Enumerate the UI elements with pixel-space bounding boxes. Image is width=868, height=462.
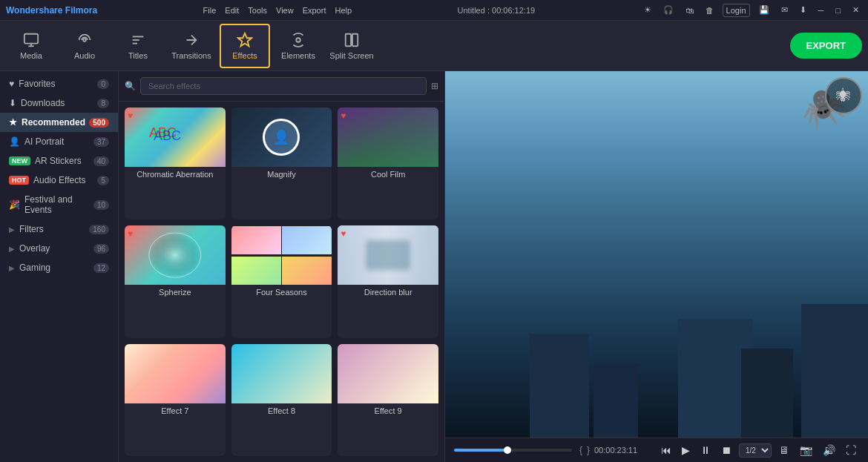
bracket-right-icon[interactable]: } [587,445,590,455]
magnify-circle: 👤 [263,119,300,156]
pause-button[interactable]: ⏸ [697,441,714,459]
effect-card-bottom3[interactable]: Effect 9 [338,344,438,456]
search-icon: 🔍 [125,81,136,91]
sidebar-item-audio-effects[interactable]: HOT Audio Effects 5 [0,171,118,190]
effect-card-magnify[interactable]: 👤 Magnify [231,108,332,220]
sidebar-item-recommended[interactable]: ★ Recommended 500 [0,113,118,132]
tool-transitions[interactable]: Transitions [166,24,217,68]
progress-fill [454,449,507,452]
bottom2-thumb [231,344,332,403]
tool-titles[interactable]: Titles [113,24,163,68]
playback-controls: { } 00:00:23:11 ⏮ ▶ ⏸ ⏹ 1/2 1/1 1/4 🖥 📷 … [579,441,859,459]
trash-icon[interactable]: 🗑 [703,4,717,16]
sidebar-audio-effects-label: Audio Effects [33,175,86,185]
festival-icon: 🎉 [9,199,20,210]
filters-arrow: ▶ [9,225,15,234]
menu-help[interactable]: Help [335,6,352,15]
fullscreen-icon[interactable]: ⛶ [843,441,859,459]
fourseasons-thumb [231,225,332,285]
bottom2-label: Effect 8 [231,403,332,418]
ratio-select[interactable]: 1/2 1/1 1/4 [739,443,772,458]
maximize-icon[interactable]: □ [832,4,844,16]
effect-card-chromatic[interactable]: ♥ ABC ABC ABC Chromatic Aberration [125,108,226,220]
monitor-icon[interactable]: 🖥 [776,441,792,459]
menu-tools[interactable]: Tools [248,6,267,15]
sidebar-item-overlay[interactable]: ▶ Overlay 96 [0,239,118,258]
tool-media-label: Media [20,51,42,60]
sidebar-item-favorites[interactable]: ♥ Favorites 0 [0,74,118,93]
sidebar-downloads-label: Downloads [21,98,65,108]
heart-spherize: ♥ [128,228,133,239]
sidebar-recommended-label: Recommended [22,117,85,128]
ar-count: 40 [93,156,109,166]
sidebar-gaming-label: Gaming [19,263,50,273]
save-icon[interactable]: 💾 [756,4,772,16]
coolfilm-label: Cool Film [338,167,438,182]
menu-edit[interactable]: Edit [225,6,239,15]
menu-view[interactable]: View [276,6,294,15]
audio-icon [76,32,93,48]
snapshot-icon[interactable]: 📷 [797,441,815,459]
fourseasons-label: Four Seasons [231,285,332,300]
login-button[interactable]: Login [723,4,750,17]
close-icon[interactable]: ✕ [849,4,862,16]
menu-file[interactable]: File [203,6,217,15]
minimize-icon[interactable]: ─ [815,4,827,16]
downloads-count: 8 [97,99,109,108]
effect-card-coolfilm[interactable]: ♥ Cool Film [338,108,438,220]
search-input[interactable] [140,77,427,95]
effect-card-fourseasons[interactable]: Four Seasons [231,225,332,337]
sidebar-item-ar-stickers[interactable]: NEW AR Stickers 40 [0,151,118,171]
tool-audio[interactable]: Audio [59,24,110,68]
heart-coolfilm: ♥ [341,110,346,121]
effect-card-spherize[interactable]: ♥ Spherize [125,225,226,337]
transitions-icon [183,32,200,48]
svg-rect-0 [24,33,38,43]
step-back-button[interactable]: ⏮ [658,441,674,459]
effect-card-bottom1[interactable]: Effect 7 [125,344,226,456]
sidebar-item-filters[interactable]: ▶ Filters 160 [0,220,118,239]
time-display: 00:00:23:11 [594,446,654,455]
play-button[interactable]: ▶ [679,441,693,459]
svg-point-14 [149,233,201,277]
mail-icon[interactable]: ✉ [778,4,791,16]
dirblur-label: Direction blur [338,285,438,300]
progress-bar[interactable] [454,449,572,452]
sidebar-item-downloads[interactable]: ⬇ Downloads 8 [0,93,118,113]
preview-minimap: 🕷 [825,77,862,114]
new-tag: NEW [9,156,30,165]
tool-elements-label: Elements [281,51,315,60]
tool-audio-label: Audio [74,51,95,60]
shop-icon[interactable]: 🛍 [683,4,697,16]
effect-card-bottom2[interactable]: Effect 8 [231,344,332,456]
sidebar-item-gaming[interactable]: ▶ Gaming 12 [0,258,118,277]
effect-card-dirblur[interactable]: ♥ Direction blur [338,225,438,337]
bracket-left-icon[interactable]: { [579,445,582,455]
sidebar-item-ai-portrait[interactable]: 👤 AI Portrait 37 [0,132,118,151]
theme-icon[interactable]: ☀ [641,4,654,16]
sidebar-item-festival[interactable]: 🎉 Festival and Events 10 [0,190,118,220]
recommended-count: 500 [89,118,109,128]
spherize-label: Spherize [125,285,226,300]
tool-splitscreen[interactable]: Split Screen [326,24,377,68]
grid-view-icon[interactable]: ⊞ [431,81,438,91]
export-button[interactable]: EXPORT [790,33,862,59]
sidebar-overlay-label: Overlay [19,243,50,254]
ai-icon: 👤 [9,136,20,147]
bottom1-label: Effect 7 [125,403,226,418]
progress-thumb[interactable] [504,446,511,454]
stop-button[interactable]: ⏹ [718,441,734,459]
main-content: ♥ Favorites 0 ⬇ Downloads 8 ★ Recommende… [0,71,868,462]
headphone-icon[interactable]: 🎧 [660,4,677,16]
tool-elements[interactable]: Elements [273,24,323,68]
tool-titles-label: Titles [128,51,148,60]
volume-icon[interactable]: 🔊 [820,441,838,459]
coolfilm-thumb: ♥ [338,108,438,167]
tool-effects[interactable]: Effects [220,24,270,68]
bottom3-label: Effect 9 [338,403,438,418]
menu-bar: File Edit Tools View Export Help [203,6,352,15]
menu-export[interactable]: Export [303,6,326,15]
download-icon[interactable]: ⬇ [797,4,809,16]
tool-media[interactable]: Media [6,24,56,68]
heart-dirblur: ♥ [341,228,346,239]
